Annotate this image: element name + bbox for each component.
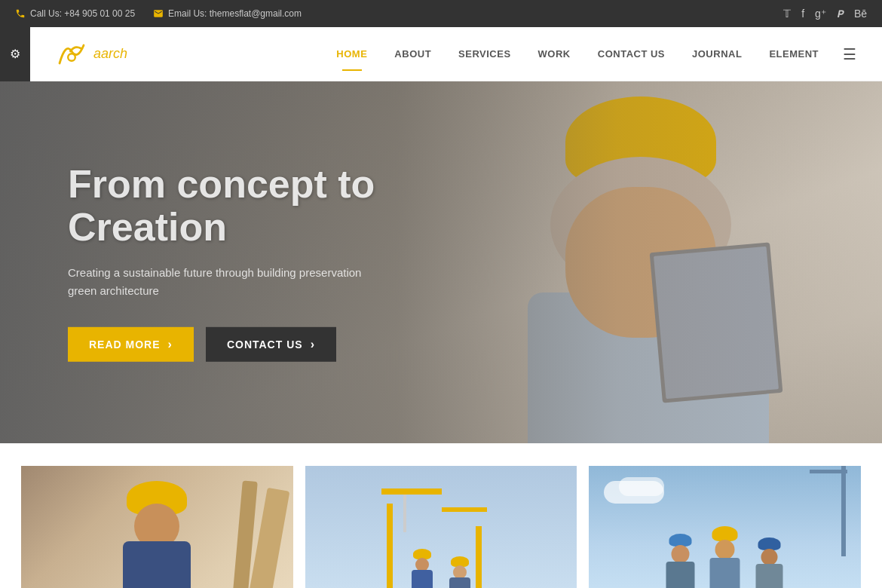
phone-contact: Call Us: +84 905 01 00 25 xyxy=(15,8,135,19)
email-label: Email Us: themesflat@gmail.com xyxy=(168,8,302,19)
hamburger-button[interactable]: ☰ xyxy=(832,27,867,81)
phone-label: Call Us: +84 905 01 00 25 xyxy=(30,8,135,19)
twitter-link[interactable]: 𝕋 xyxy=(783,8,791,20)
nav-services[interactable]: SERVICES xyxy=(445,27,525,81)
nav-contact[interactable]: CONTACT US xyxy=(584,27,678,81)
contact-arrow: › xyxy=(311,338,315,351)
card-team-hats[interactable] xyxy=(589,466,861,588)
nav-work[interactable]: WORK xyxy=(525,27,584,81)
hamburger-icon: ☰ xyxy=(843,45,856,63)
hero-buttons: READ MORE › CONTACT US › xyxy=(68,327,375,362)
logo-icon xyxy=(53,39,90,69)
logo-text: aarch xyxy=(93,46,127,62)
hero-title: From concept to Creation xyxy=(68,163,375,249)
card-2-inner xyxy=(305,466,577,588)
nav-element[interactable]: ELEMENT xyxy=(755,27,832,81)
logo[interactable]: aarch xyxy=(53,39,127,69)
read-more-button[interactable]: READ MORE › xyxy=(68,327,194,362)
hero-subtitle: Creating a sustainable future through bu… xyxy=(68,264,375,300)
nav-home[interactable]: HOME xyxy=(323,27,381,81)
behance-link[interactable]: Bē xyxy=(854,8,867,20)
hero-section: From concept to Creation Creating a sust… xyxy=(0,81,882,443)
card-1-inner xyxy=(21,466,293,588)
cards-section xyxy=(0,443,882,588)
email-icon xyxy=(153,8,164,19)
main-nav: HOME ABOUT SERVICES WORK CONTACT US JOUR… xyxy=(323,27,867,81)
card-1-figure xyxy=(89,473,225,588)
contact-us-button[interactable]: CONTACT US › xyxy=(206,327,336,362)
card-3-inner xyxy=(589,466,861,588)
card-cranes-outdoor[interactable] xyxy=(305,466,577,588)
top-bar-contact: Call Us: +84 905 01 00 25 Email Us: them… xyxy=(15,8,302,19)
googleplus-link[interactable]: g⁺ xyxy=(815,8,826,20)
gear-icon: ⚙ xyxy=(10,47,20,61)
social-links: 𝕋 f g⁺ 𝙋 Bē xyxy=(783,8,867,20)
top-bar: Call Us: +84 905 01 00 25 Email Us: them… xyxy=(0,0,882,27)
svg-point-0 xyxy=(68,54,75,61)
card-construction-indoor[interactable] xyxy=(21,466,293,588)
phone-icon xyxy=(15,8,26,19)
facebook-link[interactable]: f xyxy=(801,8,804,20)
nav-about[interactable]: ABOUT xyxy=(381,27,445,81)
email-contact: Email Us: themesflat@gmail.com xyxy=(153,8,302,19)
header: ⚙ aarch HOME ABOUT SERVICES WORK CONTACT… xyxy=(0,27,882,81)
gear-button[interactable]: ⚙ xyxy=(0,27,30,81)
read-more-arrow: › xyxy=(168,338,173,351)
hero-content: From concept to Creation Creating a sust… xyxy=(68,163,375,362)
pinterest-link[interactable]: 𝙋 xyxy=(837,8,844,20)
nav-journal[interactable]: JOURNAL xyxy=(678,27,755,81)
